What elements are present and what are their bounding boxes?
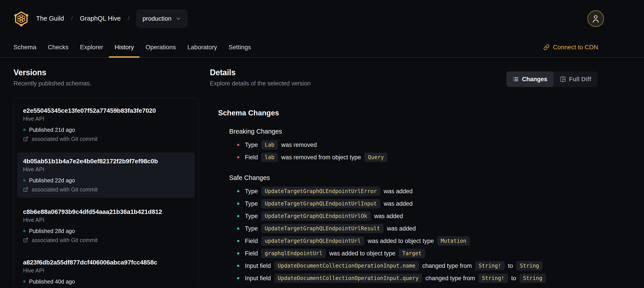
header-top: The Guild / GraphQL Hive / production — [0, 0, 644, 37]
change-text: Field — [245, 250, 258, 257]
change-text: Type — [245, 200, 258, 207]
change-text: Input field — [245, 262, 271, 269]
git-commit-text: associated with Git commit — [32, 237, 98, 243]
user-avatar[interactable] — [587, 10, 604, 27]
change-text: Type — [245, 225, 258, 232]
full-diff-button[interactable]: Full Diff — [554, 72, 598, 87]
change-code-badge: Target — [399, 249, 425, 258]
tab-operations[interactable]: Operations — [140, 37, 182, 57]
change-text: Input field — [245, 275, 271, 282]
main-content: Versions Recently published schemas. e2e… — [0, 58, 644, 285]
published-row: Published 22d ago — [23, 178, 189, 183]
change-list: TypeLabwas removedFieldlabwas removed fr… — [229, 139, 598, 164]
tab-checks[interactable]: Checks — [42, 37, 74, 57]
published-dot-icon — [23, 230, 26, 232]
versions-title: Versions — [14, 68, 198, 77]
details-panel: Details Explore details of the selected … — [210, 68, 598, 285]
published-row: Published 21d ago — [23, 127, 189, 132]
change-section-title: Breaking Changes — [229, 128, 598, 135]
target-selector[interactable]: production — [136, 10, 187, 28]
change-code-badge: String! — [478, 273, 508, 283]
change-text: Type — [245, 213, 258, 220]
safe-bullet-icon — [237, 252, 239, 254]
change-text: was added — [384, 200, 413, 207]
change-code-badge: Query — [364, 153, 388, 162]
change-text: changed type from — [422, 262, 472, 269]
change-row: TypeLabwas removed — [237, 139, 598, 151]
tab-history[interactable]: History — [109, 37, 140, 57]
split-panel-icon — [560, 76, 566, 82]
change-list: TypeUpdateTargetGraphQLEndpointUrlErrorw… — [229, 185, 598, 284]
hive-logo[interactable] — [14, 11, 29, 27]
version-service: Hive API — [23, 166, 189, 172]
git-commit-link[interactable]: associated with Git commit — [23, 187, 189, 192]
change-row: TypeUpdateTargetGraphQLEndpointUrlOkwas … — [237, 210, 598, 222]
published-dot-icon — [23, 179, 26, 182]
details-title: Details — [210, 68, 311, 77]
version-service: Hive API — [23, 116, 189, 122]
change-code-badge: UpdateDocumentCollectionOperationInput.n… — [274, 261, 419, 270]
change-row: TypeUpdateTargetGraphQLEndpointUrlErrorw… — [237, 185, 598, 197]
nav-tabs: SchemaChecksExplorerHistoryOperationsLab… — [8, 37, 257, 57]
published-text: Published 21d ago — [29, 127, 75, 133]
changes-button[interactable]: Changes — [506, 72, 553, 87]
change-text: Field — [245, 154, 258, 161]
change-text: was removed from object type — [281, 154, 361, 161]
change-text: was added to object type — [368, 238, 434, 244]
breadcrumb-project[interactable]: GraphQL Hive — [80, 15, 120, 22]
versions-list: e2e55045345ce13fe07f52a77459b83fa3fe7020… — [14, 98, 198, 285]
tab-laboratory[interactable]: Laboratory — [182, 37, 223, 57]
published-dot-icon — [23, 280, 26, 283]
change-code-badge: Lab — [261, 140, 278, 150]
change-text: was added to object type — [329, 250, 396, 257]
breadcrumb-separator: / — [128, 15, 130, 22]
breadcrumb-org[interactable]: The Guild — [36, 15, 64, 22]
safe-bullet-icon — [237, 190, 239, 192]
external-link-icon — [23, 187, 28, 192]
safe-bullet-icon — [237, 265, 239, 267]
external-link-icon — [23, 136, 28, 142]
published-row: Published 28d ago — [23, 228, 189, 234]
external-link-icon — [23, 237, 28, 243]
version-card[interactable]: a823f6db2a55df877dcf406006abca97fcc4858c… — [17, 254, 195, 285]
change-code-badge: UpdateTargetGraphQLEndpointUrlOk — [261, 211, 371, 221]
link-icon — [544, 44, 550, 50]
change-row: TypeUpdateTargetGraphQLEndpointUrlInputw… — [237, 197, 598, 210]
breadcrumb: The Guild / GraphQL Hive / production — [36, 10, 187, 28]
change-section-safe: Safe ChangesTypeUpdateTargetGraphQLEndpo… — [218, 174, 598, 284]
change-row: Input fieldUpdateDocumentCollectionOpera… — [237, 259, 598, 272]
version-service: Hive API — [23, 267, 189, 273]
details-heading-block: Details Explore details of the selected … — [210, 68, 311, 87]
git-commit-link[interactable]: associated with Git commit — [23, 136, 189, 142]
version-hash: c8b6e88a06793b9c4dfd54aaa21b36a1b421d812 — [23, 208, 189, 215]
version-card[interactable]: 4b05ab51b1b4a7e2e4b0ef82172f2b9f7ef98c0b… — [17, 152, 195, 198]
full-diff-button-label: Full Diff — [569, 76, 591, 83]
change-code-badge: UpdateDocumentCollectionOperationInput.q… — [274, 273, 422, 283]
safe-bullet-icon — [237, 240, 239, 242]
git-commit-link[interactable]: associated with Git commit — [23, 237, 189, 243]
change-code-badge: String! — [475, 261, 504, 270]
published-text: Published 22d ago — [29, 177, 75, 184]
change-text: to — [508, 262, 513, 269]
breaking-bullet-icon — [237, 144, 239, 146]
git-commit-text: associated with Git commit — [32, 186, 98, 193]
change-text: to — [511, 275, 516, 282]
tab-schema[interactable]: Schema — [8, 37, 42, 57]
versions-panel: Versions Recently published schemas. e2e… — [14, 68, 198, 285]
details-subtitle: Explore details of the selected version — [210, 80, 311, 87]
tab-settings[interactable]: Settings — [223, 37, 256, 57]
published-row: Published 40d ago — [23, 279, 189, 284]
tab-explorer[interactable]: Explorer — [74, 37, 109, 57]
chevron-down-icon — [176, 16, 181, 22]
schema-changes: Schema Changes Breaking ChangesTypeLabwa… — [210, 109, 598, 284]
change-text: was added — [374, 213, 403, 220]
change-row: Input fieldUpdateDocumentCollectionOpera… — [237, 272, 598, 284]
change-row: TypeUpdateTargetGraphQLEndpointUrlResult… — [237, 222, 598, 235]
change-row: FieldupdateTargetGraphQLEndpointUrlwas a… — [237, 235, 598, 247]
change-row: Fieldlabwas removed from object typeQuer… — [237, 151, 598, 164]
version-card[interactable]: c8b6e88a06793b9c4dfd54aaa21b36a1b421d812… — [17, 203, 195, 248]
change-text: was removed — [281, 142, 317, 148]
breaking-bullet-icon — [237, 156, 239, 158]
version-card[interactable]: e2e55045345ce13fe07f52a77459b83fa3fe7020… — [17, 102, 195, 147]
connect-cdn-link[interactable]: Connect to CDN — [544, 44, 598, 51]
